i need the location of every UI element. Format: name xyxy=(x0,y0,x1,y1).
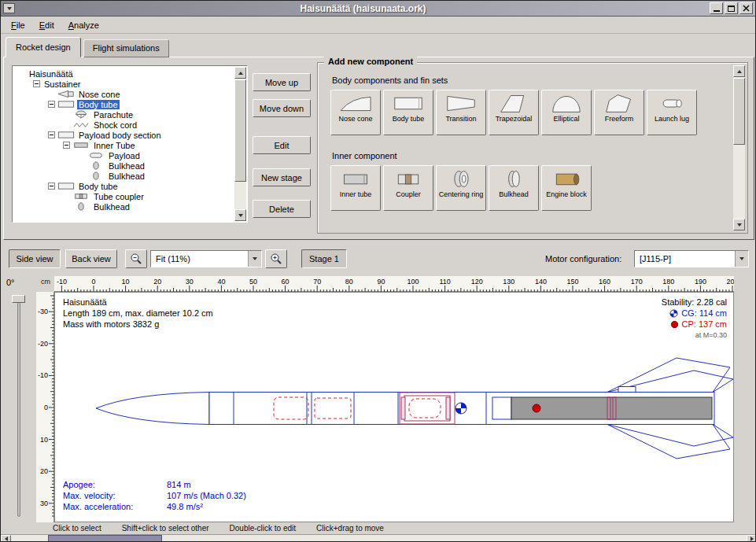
minimize-button[interactable] xyxy=(710,2,723,14)
back-view-button[interactable]: Back view xyxy=(65,249,117,268)
palette-button-label: Freeform xyxy=(605,115,634,123)
transition-icon xyxy=(444,92,478,115)
rocket-canvas[interactable]: Haisunäätä Length 189 cm, max. diameter … xyxy=(54,292,734,522)
palette-trapezoidal-fin-button[interactable]: Trapezoidal xyxy=(489,90,539,135)
new-stage-button[interactable]: New stage xyxy=(253,168,311,186)
tree-expander-icon[interactable] xyxy=(63,142,70,149)
velocity-value: 107 m/s (Mach 0.32) xyxy=(167,490,246,501)
palette-scrollbar[interactable] xyxy=(733,65,745,230)
tree-expander-icon[interactable] xyxy=(33,80,40,87)
tree-item-bulkhead-3[interactable]: Bulkhead xyxy=(15,201,233,212)
scroll-down-button[interactable] xyxy=(234,209,246,221)
palette-button-label: Elliptical xyxy=(553,115,579,123)
tree-item-body-tube[interactable]: Body tube xyxy=(15,99,233,109)
move-down-button[interactable]: Move down xyxy=(253,99,311,117)
maximize-button[interactable] xyxy=(725,2,738,14)
palette-button-label: Body tube xyxy=(393,115,425,123)
tree-scrollbar[interactable] xyxy=(234,67,246,221)
cp-value: CP: 137 cm xyxy=(682,319,727,329)
menu-file[interactable]: File xyxy=(4,18,32,32)
close-button[interactable] xyxy=(739,2,753,14)
nose-cone-icon xyxy=(57,90,75,98)
svg-text:-10: -10 xyxy=(38,371,48,379)
nose-cone-shape[interactable] xyxy=(96,393,209,425)
tree-item-haisunaata[interactable]: Haisunäätä xyxy=(15,68,233,79)
rocket-view-panel: Side view Back view Fit (11%) Stage 1 Mo… xyxy=(1,246,756,542)
figure-info: Haisunäätä Length 189 cm, max. diameter … xyxy=(63,297,213,330)
palette-nose-cone-button[interactable]: Nose cone xyxy=(330,90,381,135)
palette-engine-block-button[interactable]: Engine block xyxy=(541,165,592,211)
bulkhead-shape[interactable] xyxy=(446,397,450,419)
canvas-scrollbar-thumb[interactable] xyxy=(48,535,162,542)
coupler-icon xyxy=(391,168,426,190)
mach-condition: at M=0.30 xyxy=(662,330,727,341)
tree-expander-icon[interactable] xyxy=(48,101,55,108)
tube-coupler-icon xyxy=(72,192,90,201)
stability-value: Stability: 2.28 cal xyxy=(662,297,727,308)
tree-item-body-tube-2[interactable]: Body tube xyxy=(15,181,233,191)
zoom-out-button[interactable] xyxy=(125,249,147,268)
palette-inner-tube-button[interactable]: Inner tube xyxy=(330,165,381,211)
svg-text:0: 0 xyxy=(91,278,95,286)
menu-edit[interactable]: Edit xyxy=(32,18,61,32)
palette-elliptical-fin-button[interactable]: Elliptical xyxy=(541,90,592,135)
title-bar[interactable]: Haisunäätä (haisunaata.ork) xyxy=(1,1,755,17)
motor-configuration-select[interactable]: [J115-P] xyxy=(634,250,749,267)
scroll-down-button[interactable] xyxy=(733,219,745,230)
launch-lug-shape[interactable] xyxy=(618,387,636,393)
scroll-up-button[interactable] xyxy=(234,67,246,79)
tab-rocket-design[interactable]: Rocket design xyxy=(6,37,81,57)
palette-launch-lug-button[interactable]: Launch lug xyxy=(647,90,697,135)
move-up-button[interactable]: Move up xyxy=(253,73,311,91)
tree-scrollbar-thumb[interactable] xyxy=(234,79,246,182)
side-view-button[interactable]: Side view xyxy=(9,249,61,268)
motor-shape[interactable] xyxy=(511,397,712,419)
scroll-up-button[interactable] xyxy=(733,65,745,77)
zoom-select[interactable]: Fit (11%) xyxy=(150,250,262,267)
rotation-slider-track[interactable] xyxy=(17,297,20,517)
delete-button[interactable]: Delete xyxy=(253,200,311,218)
palette-centering-ring-button[interactable]: Centering ring xyxy=(436,165,486,211)
cg-line: CG: 114 cm xyxy=(662,308,727,319)
tree-item-payload-body-section[interactable]: Payload body section xyxy=(15,130,233,140)
tree-item-parachute[interactable]: Parachute xyxy=(15,109,233,120)
edit-button[interactable]: Edit xyxy=(253,136,311,154)
palette-freeform-fin-button[interactable]: Freeform xyxy=(594,90,644,135)
tree-item-payload[interactable]: Payload xyxy=(15,150,233,160)
app-window: Haisunäätä (haisunaata.ork) File Edit An… xyxy=(0,0,756,542)
zoom-select-dropdown-button[interactable] xyxy=(248,251,261,267)
tree-item-bulkhead-2[interactable]: Bulkhead xyxy=(15,171,233,181)
palette-scrollbar-thumb[interactable] xyxy=(733,78,745,145)
menu-analyze[interactable]: Analyze xyxy=(61,18,106,32)
tab-flight-simulations[interactable]: Flight simulations xyxy=(83,39,169,57)
cp-line: CP: 137 cm xyxy=(662,319,727,330)
scroll-right-button[interactable] xyxy=(747,535,756,542)
motor-mount-shape[interactable] xyxy=(492,397,511,419)
tree-expander-icon[interactable] xyxy=(48,131,55,138)
scroll-right-icon xyxy=(750,536,754,541)
tree-item-bulkhead-1[interactable]: Bulkhead xyxy=(15,160,233,171)
palette-button-label: Nose cone xyxy=(338,115,372,123)
stage-1-toggle-button[interactable]: Stage 1 xyxy=(301,249,347,268)
tree-item-nose-cone[interactable]: Nose cone xyxy=(15,89,233,99)
tree-item-shock-cord[interactable]: Shock cord xyxy=(15,120,233,130)
zoom-in-button[interactable] xyxy=(265,249,287,268)
tree-expander-icon[interactable] xyxy=(48,183,55,190)
palette-bulkhead-button[interactable]: Bulkhead xyxy=(489,165,539,211)
palette-coupler-button[interactable]: Coupler xyxy=(383,165,433,211)
motor-configuration-dropdown-button[interactable] xyxy=(735,251,748,267)
tree-item-inner-tube[interactable]: Inner Tube xyxy=(15,140,233,150)
tree-item-sustainer[interactable]: Sustainer xyxy=(15,79,233,89)
bulkhead-shape[interactable] xyxy=(401,397,405,419)
rotation-slider-thumb[interactable] xyxy=(12,295,25,303)
tree-item-label: Parachute xyxy=(92,110,135,120)
svg-text:70: 70 xyxy=(313,278,321,286)
tree-item-tube-coupler[interactable]: Tube coupler xyxy=(15,191,233,201)
palette-body-tube-button[interactable]: Body tube xyxy=(383,90,433,135)
scroll-left-button[interactable] xyxy=(1,535,11,542)
palette-transition-button[interactable]: Transition xyxy=(436,90,486,135)
window-menu-icon[interactable] xyxy=(3,3,15,13)
canvas-horizontal-scrollbar[interactable] xyxy=(1,534,756,542)
svg-text:10: 10 xyxy=(40,436,48,444)
tree-item-label: Nose cone xyxy=(77,90,122,99)
